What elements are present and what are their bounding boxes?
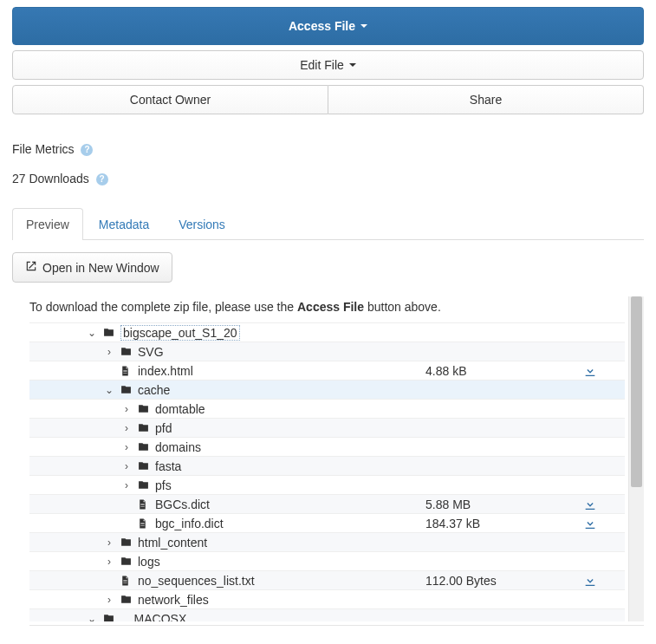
tab-preview-label: Preview [26,218,69,231]
share-label: Share [470,93,502,107]
tree-row-name-cell: ›domains [29,440,425,454]
tree-file-row[interactable]: bgc_info.dict184.37 kB [29,513,625,532]
tree-item-name: pfd [155,421,172,435]
tree-row-name-cell: ›SVG [29,345,425,359]
chevron-right-icon[interactable]: › [121,403,132,415]
tree-item-name: cache [138,383,170,397]
folder-icon [102,613,115,621]
tree-item-name: domtable [155,402,205,416]
file-icon [137,517,150,529]
file-icon [120,365,133,376]
tree-item-name: SVG [138,345,164,359]
file-icon [120,575,133,586]
folder-icon [137,403,150,414]
tree-item-name: bgc_info.dict [155,517,224,530]
tree-folder-row[interactable]: ›SVG [29,342,625,361]
tree-row-name-cell: ›logs [29,555,425,569]
tree-item-name: __MACOSX [120,612,186,622]
tree-folder-row[interactable]: ›domtable [29,399,625,418]
download-icon[interactable] [583,517,597,530]
tree-folder-row[interactable]: ›domains [29,437,625,456]
tab-metadata-label: Metadata [99,218,149,231]
tree-file-row[interactable]: no_sequences_list.txt112.00 Bytes [29,570,625,589]
tree-item-name: network_files [138,593,209,607]
caret-down-icon [349,63,356,67]
tree-row-name-cell: ›fasta [29,459,425,473]
tree-item-action [555,574,625,588]
scrollbar[interactable] [628,296,644,621]
download-icon[interactable] [583,364,597,378]
chevron-right-icon[interactable]: › [121,441,132,453]
tree-row-name-cell: BGCs.dict [29,498,425,511]
chevron-right-icon[interactable]: › [121,422,132,434]
folder-icon [120,537,133,548]
file-metrics-section: File Metrics ? 27 Downloads ? [12,142,644,185]
access-file-button[interactable]: Access File [12,7,644,45]
scrollbar-thumb[interactable] [631,296,642,487]
tree-item-action [555,364,625,378]
tree-item-size: 112.00 Bytes [425,574,555,588]
tree-folder-row[interactable]: ›pfd [29,418,625,437]
contact-owner-label: Contact Owner [130,93,211,107]
tab-versions[interactable]: Versions [165,208,239,240]
contact-owner-button[interactable]: Contact Owner [12,85,328,114]
edit-file-label: Edit File [300,58,344,72]
tree-folder-row[interactable]: ⌄__MACOSX [29,608,625,621]
external-link-icon [25,260,37,275]
help-icon[interactable]: ? [96,173,108,185]
tree-row-name-cell: ›pfs [29,478,425,492]
chevron-right-icon[interactable]: › [104,594,114,606]
hint-bold: Access File [297,300,364,314]
preview-area: To download the complete zip file, pleas… [29,296,644,626]
chevron-down-icon[interactable]: ⌄ [87,613,97,622]
tree-row-name-cell: ⌄cache [29,383,425,397]
chevron-right-icon[interactable]: › [121,460,132,472]
tree-item-name: pfs [155,478,172,492]
tree-item-name: BGCs.dict [155,498,210,511]
chevron-right-icon[interactable]: › [104,556,114,568]
access-file-label: Access File [289,19,355,33]
folder-icon [120,594,133,605]
tree-row-name-cell: ›pfd [29,421,425,435]
tree-row-name-cell: ›network_files [29,593,425,607]
tree-row-name-cell: bgc_info.dict [29,517,425,530]
chevron-right-icon[interactable]: › [121,479,132,491]
chevron-right-icon[interactable]: › [104,346,114,358]
tree-file-row[interactable]: BGCs.dict5.88 MB [29,494,625,513]
tree-folder-row[interactable]: ⌄bigscape_out_S1_20 [29,322,625,342]
edit-file-button[interactable]: Edit File [12,50,644,80]
tree-file-row[interactable]: index.html4.88 kB [29,361,625,380]
tree-item-size: 184.37 kB [425,517,555,530]
tree-row-name-cell: ⌄bigscape_out_S1_20 [29,325,425,341]
chevron-down-icon[interactable]: ⌄ [104,384,114,396]
help-icon[interactable]: ? [81,144,93,156]
tree-folder-row[interactable]: ›network_files [29,589,625,608]
folder-icon [137,479,150,491]
tree-row-name-cell: ⌄__MACOSX [29,612,425,622]
tree-item-size: 5.88 MB [425,498,555,511]
download-icon[interactable] [583,498,597,511]
tree-row-name-cell: ›html_content [29,536,425,550]
tree-folder-row[interactable]: ›fasta [29,456,625,475]
hint-post: button above. [364,300,441,314]
folder-icon [120,556,133,567]
tree-folder-row[interactable]: ›logs [29,551,625,570]
folder-icon [137,422,150,433]
tree-item-name: logs [138,555,160,569]
tab-metadata[interactable]: Metadata [85,208,163,240]
download-icon[interactable] [583,574,597,588]
tree-folder-row[interactable]: ⌄cache [29,380,625,399]
tree-item-name: fasta [155,459,181,473]
chevron-down-icon[interactable]: ⌄ [87,327,97,339]
tree-folder-row[interactable]: ›pfs [29,475,625,494]
tab-preview[interactable]: Preview [12,208,83,240]
share-button[interactable]: Share [328,85,644,114]
tree-row-name-cell: ›domtable [29,402,425,416]
folder-icon [120,384,133,395]
file-metrics-title: File Metrics [12,142,75,156]
chevron-right-icon[interactable]: › [104,537,114,549]
tree-folder-row[interactable]: ›html_content [29,532,625,551]
contact-share-group: Contact Owner Share [12,85,644,114]
hint-pre: To download the complete zip file, pleas… [29,300,297,314]
open-new-window-button[interactable]: Open in New Window [12,252,172,283]
